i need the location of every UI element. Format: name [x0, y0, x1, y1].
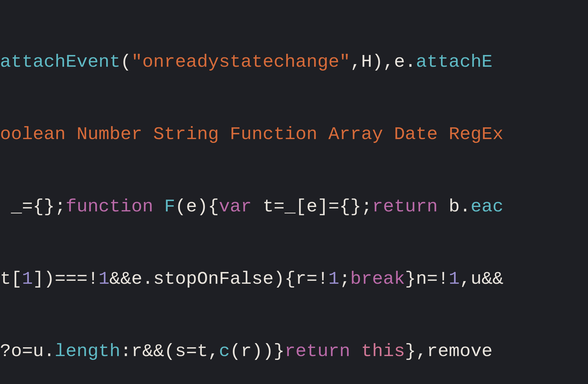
- code-token: ?o=u.: [0, 341, 55, 362]
- code-token: 1: [449, 268, 460, 289]
- code-token: attachE: [416, 51, 492, 72]
- code-token: this: [361, 341, 405, 362]
- code-token: length: [55, 341, 120, 362]
- code-token: t=_[e]={};: [252, 196, 372, 217]
- code-token: return: [372, 196, 438, 217]
- code-token: break: [350, 268, 405, 289]
- code-token: attachEvent: [0, 51, 120, 72]
- code-token: F: [164, 196, 175, 217]
- code-line: t[1])===!1&&e.stopOnFalse){r=!1;break}n=…: [0, 267, 588, 291]
- code-token: ,u&&: [460, 268, 504, 289]
- code-line: oolean Number String Function Array Date…: [0, 122, 588, 146]
- code-token: 1: [328, 268, 339, 289]
- code-line: _={};function F(e){var t=_[e]={};return …: [0, 195, 588, 219]
- code-token: (r))}: [230, 341, 284, 362]
- code-token: b.: [438, 196, 471, 217]
- code-token: t[: [0, 268, 22, 289]
- code-token: (: [120, 51, 131, 72]
- code-editor: attachEvent("onreadystatechange",H),e.at…: [0, 0, 588, 384]
- code-token: },remove: [405, 341, 493, 362]
- code-line: ?o=u.length:r&&(s=t,c(r))}return this},r…: [0, 339, 588, 363]
- code-token: c: [219, 341, 230, 362]
- code-token: [153, 196, 164, 217]
- code-token: ,H),e.: [350, 51, 416, 72]
- code-token: var: [219, 196, 252, 217]
- code-token: return: [284, 341, 350, 362]
- code-token: ])===!: [33, 268, 99, 289]
- code-token: }n=!: [405, 268, 449, 289]
- code-line: attachEvent("onreadystatechange",H),e.at…: [0, 50, 588, 74]
- code-token: &&e.stopOnFalse){r=!: [109, 268, 328, 289]
- code-token: [350, 341, 361, 362]
- code-token: 1: [22, 268, 33, 289]
- code-token: (e){: [175, 196, 219, 217]
- code-token: oolean Number String Function Array Date…: [0, 124, 503, 145]
- code-token: "onreadystatechange": [131, 51, 350, 72]
- code-token: 1: [99, 268, 109, 289]
- code-token: _={};: [0, 196, 66, 217]
- code-token: ;: [339, 268, 350, 289]
- code-token: eac: [471, 196, 504, 217]
- code-token: :r&&(s=t,: [120, 341, 219, 362]
- code-token: function: [66, 196, 153, 217]
